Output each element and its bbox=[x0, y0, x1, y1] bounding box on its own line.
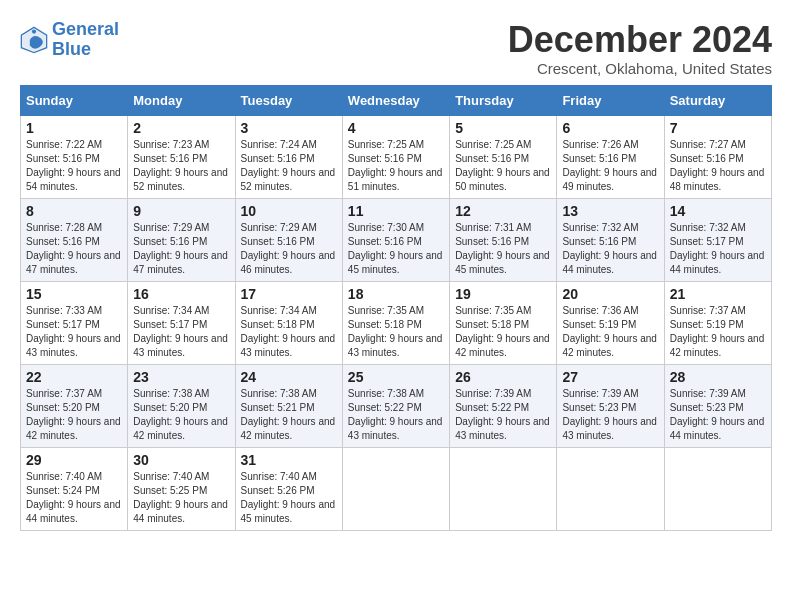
day-number: 15 bbox=[26, 286, 122, 302]
day-number: 27 bbox=[562, 369, 658, 385]
day-number: 25 bbox=[348, 369, 444, 385]
cell-content: Sunrise: 7:40 AMSunset: 5:24 PMDaylight:… bbox=[26, 470, 122, 526]
day-number: 20 bbox=[562, 286, 658, 302]
cell-content: Sunrise: 7:39 AMSunset: 5:23 PMDaylight:… bbox=[562, 387, 658, 443]
day-number: 21 bbox=[670, 286, 766, 302]
cell-content: Sunrise: 7:39 AMSunset: 5:23 PMDaylight:… bbox=[670, 387, 766, 443]
cell-content: Sunrise: 7:38 AMSunset: 5:20 PMDaylight:… bbox=[133, 387, 229, 443]
cell-content: Sunrise: 7:35 AMSunset: 5:18 PMDaylight:… bbox=[348, 304, 444, 360]
day-number: 13 bbox=[562, 203, 658, 219]
cell-content: Sunrise: 7:39 AMSunset: 5:22 PMDaylight:… bbox=[455, 387, 551, 443]
day-number: 4 bbox=[348, 120, 444, 136]
day-number: 28 bbox=[670, 369, 766, 385]
calendar-cell: 16Sunrise: 7:34 AMSunset: 5:17 PMDayligh… bbox=[128, 281, 235, 364]
weekday-header: Wednesday bbox=[342, 85, 449, 115]
calendar-cell: 25Sunrise: 7:38 AMSunset: 5:22 PMDayligh… bbox=[342, 364, 449, 447]
calendar-cell: 30Sunrise: 7:40 AMSunset: 5:25 PMDayligh… bbox=[128, 447, 235, 530]
day-number: 17 bbox=[241, 286, 337, 302]
cell-content: Sunrise: 7:36 AMSunset: 5:19 PMDaylight:… bbox=[562, 304, 658, 360]
cell-content: Sunrise: 7:35 AMSunset: 5:18 PMDaylight:… bbox=[455, 304, 551, 360]
calendar-cell: 15Sunrise: 7:33 AMSunset: 5:17 PMDayligh… bbox=[21, 281, 128, 364]
calendar-header-row: SundayMondayTuesdayWednesdayThursdayFrid… bbox=[21, 85, 772, 115]
weekday-header: Saturday bbox=[664, 85, 771, 115]
calendar-cell: 22Sunrise: 7:37 AMSunset: 5:20 PMDayligh… bbox=[21, 364, 128, 447]
cell-content: Sunrise: 7:40 AMSunset: 5:26 PMDaylight:… bbox=[241, 470, 337, 526]
day-number: 5 bbox=[455, 120, 551, 136]
day-number: 23 bbox=[133, 369, 229, 385]
day-number: 30 bbox=[133, 452, 229, 468]
calendar-cell: 4Sunrise: 7:25 AMSunset: 5:16 PMDaylight… bbox=[342, 115, 449, 198]
cell-content: Sunrise: 7:23 AMSunset: 5:16 PMDaylight:… bbox=[133, 138, 229, 194]
svg-point-2 bbox=[32, 29, 36, 33]
cell-content: Sunrise: 7:29 AMSunset: 5:16 PMDaylight:… bbox=[241, 221, 337, 277]
cell-content: Sunrise: 7:27 AMSunset: 5:16 PMDaylight:… bbox=[670, 138, 766, 194]
calendar-cell: 8Sunrise: 7:28 AMSunset: 5:16 PMDaylight… bbox=[21, 198, 128, 281]
cell-content: Sunrise: 7:38 AMSunset: 5:21 PMDaylight:… bbox=[241, 387, 337, 443]
cell-content: Sunrise: 7:31 AMSunset: 5:16 PMDaylight:… bbox=[455, 221, 551, 277]
cell-content: Sunrise: 7:29 AMSunset: 5:16 PMDaylight:… bbox=[133, 221, 229, 277]
day-number: 2 bbox=[133, 120, 229, 136]
calendar-week-row: 22Sunrise: 7:37 AMSunset: 5:20 PMDayligh… bbox=[21, 364, 772, 447]
cell-content: Sunrise: 7:32 AMSunset: 5:16 PMDaylight:… bbox=[562, 221, 658, 277]
calendar-cell: 2Sunrise: 7:23 AMSunset: 5:16 PMDaylight… bbox=[128, 115, 235, 198]
calendar-cell bbox=[342, 447, 449, 530]
day-number: 29 bbox=[26, 452, 122, 468]
day-number: 24 bbox=[241, 369, 337, 385]
calendar-cell: 7Sunrise: 7:27 AMSunset: 5:16 PMDaylight… bbox=[664, 115, 771, 198]
calendar-cell: 18Sunrise: 7:35 AMSunset: 5:18 PMDayligh… bbox=[342, 281, 449, 364]
day-number: 8 bbox=[26, 203, 122, 219]
cell-content: Sunrise: 7:28 AMSunset: 5:16 PMDaylight:… bbox=[26, 221, 122, 277]
cell-content: Sunrise: 7:32 AMSunset: 5:17 PMDaylight:… bbox=[670, 221, 766, 277]
day-number: 9 bbox=[133, 203, 229, 219]
location-title: Crescent, Oklahoma, United States bbox=[508, 60, 772, 77]
calendar-cell: 26Sunrise: 7:39 AMSunset: 5:22 PMDayligh… bbox=[450, 364, 557, 447]
calendar-cell: 29Sunrise: 7:40 AMSunset: 5:24 PMDayligh… bbox=[21, 447, 128, 530]
cell-content: Sunrise: 7:34 AMSunset: 5:17 PMDaylight:… bbox=[133, 304, 229, 360]
calendar-cell: 9Sunrise: 7:29 AMSunset: 5:16 PMDaylight… bbox=[128, 198, 235, 281]
calendar-cell: 27Sunrise: 7:39 AMSunset: 5:23 PMDayligh… bbox=[557, 364, 664, 447]
cell-content: Sunrise: 7:38 AMSunset: 5:22 PMDaylight:… bbox=[348, 387, 444, 443]
page-header: General Blue December 2024 Crescent, Okl… bbox=[20, 20, 772, 77]
weekday-header: Tuesday bbox=[235, 85, 342, 115]
calendar-cell: 19Sunrise: 7:35 AMSunset: 5:18 PMDayligh… bbox=[450, 281, 557, 364]
cell-content: Sunrise: 7:37 AMSunset: 5:20 PMDaylight:… bbox=[26, 387, 122, 443]
day-number: 18 bbox=[348, 286, 444, 302]
cell-content: Sunrise: 7:24 AMSunset: 5:16 PMDaylight:… bbox=[241, 138, 337, 194]
cell-content: Sunrise: 7:25 AMSunset: 5:16 PMDaylight:… bbox=[455, 138, 551, 194]
cell-content: Sunrise: 7:40 AMSunset: 5:25 PMDaylight:… bbox=[133, 470, 229, 526]
calendar-cell: 28Sunrise: 7:39 AMSunset: 5:23 PMDayligh… bbox=[664, 364, 771, 447]
day-number: 16 bbox=[133, 286, 229, 302]
weekday-header: Monday bbox=[128, 85, 235, 115]
calendar-cell: 6Sunrise: 7:26 AMSunset: 5:16 PMDaylight… bbox=[557, 115, 664, 198]
day-number: 6 bbox=[562, 120, 658, 136]
calendar-cell: 1Sunrise: 7:22 AMSunset: 5:16 PMDaylight… bbox=[21, 115, 128, 198]
calendar-cell: 20Sunrise: 7:36 AMSunset: 5:19 PMDayligh… bbox=[557, 281, 664, 364]
day-number: 10 bbox=[241, 203, 337, 219]
calendar-table: SundayMondayTuesdayWednesdayThursdayFrid… bbox=[20, 85, 772, 531]
logo: General Blue bbox=[20, 20, 119, 60]
weekday-header: Sunday bbox=[21, 85, 128, 115]
calendar-cell: 31Sunrise: 7:40 AMSunset: 5:26 PMDayligh… bbox=[235, 447, 342, 530]
calendar-cell: 12Sunrise: 7:31 AMSunset: 5:16 PMDayligh… bbox=[450, 198, 557, 281]
calendar-cell: 5Sunrise: 7:25 AMSunset: 5:16 PMDaylight… bbox=[450, 115, 557, 198]
title-area: December 2024 Crescent, Oklahoma, United… bbox=[508, 20, 772, 77]
calendar-week-row: 1Sunrise: 7:22 AMSunset: 5:16 PMDaylight… bbox=[21, 115, 772, 198]
cell-content: Sunrise: 7:30 AMSunset: 5:16 PMDaylight:… bbox=[348, 221, 444, 277]
calendar-cell: 23Sunrise: 7:38 AMSunset: 5:20 PMDayligh… bbox=[128, 364, 235, 447]
day-number: 3 bbox=[241, 120, 337, 136]
logo-text: General Blue bbox=[52, 20, 119, 60]
day-number: 22 bbox=[26, 369, 122, 385]
day-number: 31 bbox=[241, 452, 337, 468]
cell-content: Sunrise: 7:26 AMSunset: 5:16 PMDaylight:… bbox=[562, 138, 658, 194]
day-number: 26 bbox=[455, 369, 551, 385]
day-number: 11 bbox=[348, 203, 444, 219]
calendar-week-row: 29Sunrise: 7:40 AMSunset: 5:24 PMDayligh… bbox=[21, 447, 772, 530]
cell-content: Sunrise: 7:33 AMSunset: 5:17 PMDaylight:… bbox=[26, 304, 122, 360]
calendar-cell: 13Sunrise: 7:32 AMSunset: 5:16 PMDayligh… bbox=[557, 198, 664, 281]
calendar-cell bbox=[557, 447, 664, 530]
day-number: 7 bbox=[670, 120, 766, 136]
weekday-header: Thursday bbox=[450, 85, 557, 115]
calendar-cell bbox=[450, 447, 557, 530]
cell-content: Sunrise: 7:34 AMSunset: 5:18 PMDaylight:… bbox=[241, 304, 337, 360]
calendar-cell: 21Sunrise: 7:37 AMSunset: 5:19 PMDayligh… bbox=[664, 281, 771, 364]
